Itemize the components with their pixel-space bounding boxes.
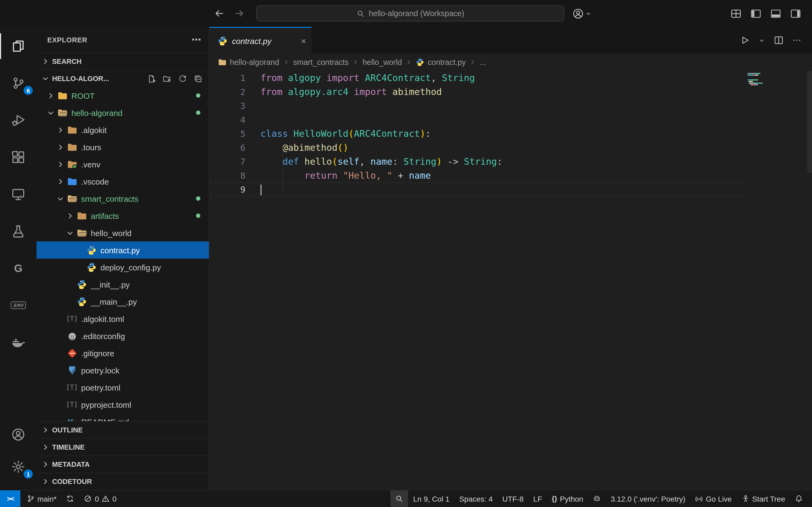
activity-testing[interactable]	[0, 218, 37, 244]
tree-item-deploy_config.py[interactable]: deploy_config.py	[37, 259, 209, 276]
chevron-right-icon	[40, 459, 50, 470]
forward-button[interactable]	[234, 0, 245, 27]
tree-item-label: README.md	[81, 417, 209, 421]
status-encoding[interactable]: UTF-8	[498, 490, 528, 507]
breadcrumb-separator-icon	[283, 59, 290, 65]
workspace-name-label: HELLO-ALGOR...	[52, 74, 109, 82]
status-copilot[interactable]	[588, 490, 606, 507]
sidebar-explorer: EXPLORER ⋯ SEARCH HELLO-ALGOR... ROOThel…	[37, 27, 209, 490]
section-outline[interactable]: OUTLINE	[37, 421, 209, 438]
status-start-tree[interactable]: Start Tree	[737, 490, 790, 507]
section-metadata[interactable]: METADATA	[37, 455, 209, 473]
editor-more-actions-button[interactable]: ⋯	[793, 36, 801, 45]
section-codetour[interactable]: CODETOUR	[37, 473, 209, 490]
twisty-spacer	[64, 296, 75, 307]
breadcrumb-item[interactable]: contract.py	[416, 58, 466, 66]
tree-item-__init__.py[interactable]: __init__.py	[37, 276, 209, 293]
status-language-mode[interactable]: {}Python	[547, 490, 588, 507]
run-python-file-button[interactable]	[740, 36, 750, 45]
section-search[interactable]: SEARCH	[37, 53, 209, 70]
tree-item-ROOT[interactable]: ROOT	[37, 87, 209, 104]
editor-scrollbar[interactable]	[807, 71, 812, 173]
toggle-secondary-sidebar-button[interactable]	[790, 8, 801, 19]
activity-algokit[interactable]: G	[0, 256, 37, 281]
tree-item-.venv[interactable]: .venv	[37, 156, 209, 173]
status-problems[interactable]: 00	[79, 490, 121, 507]
activity-run-debug[interactable]	[0, 107, 37, 133]
split-editor-button[interactable]	[774, 36, 783, 45]
status-eol[interactable]: LF	[528, 490, 547, 507]
toggle-primary-sidebar-button[interactable]	[750, 8, 762, 19]
code-line-6[interactable]: 6 @abimethod()	[209, 140, 812, 155]
activity-docker[interactable]	[0, 329, 37, 355]
tree-item-poetry.toml[interactable]: [T]poetry.toml	[37, 379, 209, 396]
tree-item-hello_world[interactable]: hello_world	[37, 224, 209, 241]
back-button[interactable]	[214, 0, 224, 27]
activity-badge: 6	[23, 86, 33, 95]
toggle-panel-button[interactable]	[770, 8, 781, 19]
status-cursor-position[interactable]: Ln 9, Col 1	[408, 490, 454, 507]
new-folder-button[interactable]	[163, 74, 171, 83]
status-notifications[interactable]	[790, 490, 808, 507]
activity-extensions[interactable]	[0, 144, 37, 170]
tree-item-.tours[interactable]: .tours	[37, 138, 209, 156]
line-text: class HelloWorld(ARC4Contract):	[245, 128, 431, 139]
breadcrumb-item[interactable]: hello_world	[362, 58, 402, 66]
tree-item-.algokit.toml[interactable]: [T].algokit.toml	[37, 310, 209, 327]
tree-item-contract.py[interactable]: contract.py	[37, 241, 209, 259]
status-remote-indicator[interactable]: ><	[0, 490, 20, 507]
activity-source-control[interactable]: 6	[0, 70, 37, 96]
status-sync-changes[interactable]	[61, 490, 79, 507]
customize-layout-button[interactable]	[730, 8, 742, 19]
tree-item-pyproject.toml[interactable]: [T]pyproject.toml	[37, 396, 209, 413]
breadcrumb-item[interactable]: ...	[480, 58, 486, 66]
explorer-more-actions-button[interactable]: ⋯	[192, 35, 201, 45]
tree-item-.algokit[interactable]: .algokit	[37, 121, 209, 138]
activity-remote-explorer[interactable]	[0, 181, 37, 207]
minimap[interactable]	[748, 73, 778, 88]
file-tree: ROOThello-algorand.algokit.tours.venv.vs…	[37, 87, 209, 421]
close-tab-button[interactable]: ×	[301, 36, 306, 45]
command-center-search[interactable]: hello-algorand (Workspace)	[256, 5, 564, 21]
status-go-live[interactable]: Go Live	[690, 490, 737, 507]
run-options-chevron[interactable]	[759, 37, 765, 43]
tree-item-artifacts[interactable]: artifacts	[37, 207, 209, 224]
section-timeline[interactable]: TIMELINE	[37, 438, 209, 455]
code-line-5[interactable]: 5class HelloWorld(ARC4Contract):	[209, 127, 812, 140]
tree-item-__main__.py[interactable]: __main__.py	[37, 293, 209, 310]
breadcrumb-item[interactable]: hello-algorand	[218, 58, 279, 66]
refresh-explorer-button[interactable]	[178, 74, 187, 83]
code-line-4[interactable]: 4	[209, 113, 812, 127]
code-line-2[interactable]: 2from algopy.arc4 import abimethod	[209, 85, 812, 99]
activity-dotenv[interactable]: .ENV	[0, 292, 37, 318]
chevron-right-icon	[55, 176, 65, 187]
tree-item-.gitignore[interactable]: .gitignore	[37, 344, 209, 361]
code-line-7[interactable]: 7 def hello(self, name: String) -> Strin…	[209, 155, 812, 168]
explorer-header: EXPLORER ⋯	[37, 27, 209, 53]
code-line-1[interactable]: 1from algopy import ARC4Contract, String	[209, 71, 812, 85]
breadcrumb-item[interactable]: smart_contracts	[293, 58, 349, 66]
tree-item-poetry.lock[interactable]: poetry.lock	[37, 361, 209, 379]
tree-item-.editorconfig[interactable]: .editorconfig	[37, 327, 209, 344]
tree-item-hello-algorand[interactable]: hello-algorand	[37, 104, 209, 121]
tree-item-README.md[interactable]: M↓README.md	[37, 413, 209, 421]
tree-item-label: .gitignore	[81, 348, 209, 357]
code-line-8[interactable]: 8 return "Hello, " + name	[209, 168, 812, 182]
account-menu[interactable]	[572, 0, 591, 27]
tree-item-smart_contracts[interactable]: smart_contracts	[37, 190, 209, 207]
code-line-3[interactable]: 3	[209, 99, 812, 113]
code-editor[interactable]: 1from algopy import ARC4Contract, String…	[209, 71, 812, 490]
collapse-folders-button[interactable]	[194, 74, 202, 83]
new-file-button[interactable]	[147, 74, 156, 83]
status-git-branch[interactable]: main*	[22, 490, 61, 507]
activity-accounts[interactable]	[0, 422, 37, 447]
status-magnifier[interactable]	[391, 490, 408, 507]
tree-item-.vscode[interactable]: .vscode	[37, 173, 209, 190]
code-line-9[interactable]: 9	[209, 182, 747, 196]
tab-contract-py[interactable]: contract.py ×	[209, 27, 311, 54]
workspace-section-header[interactable]: HELLO-ALGOR...	[37, 70, 209, 87]
activity-explorer[interactable]	[0, 33, 37, 59]
status-python-interpreter[interactable]: 3.12.0 ('.venv': Poetry)	[606, 490, 690, 507]
status-indentation[interactable]: Spaces: 4	[454, 490, 498, 507]
activity-settings[interactable]: 1	[0, 454, 37, 480]
